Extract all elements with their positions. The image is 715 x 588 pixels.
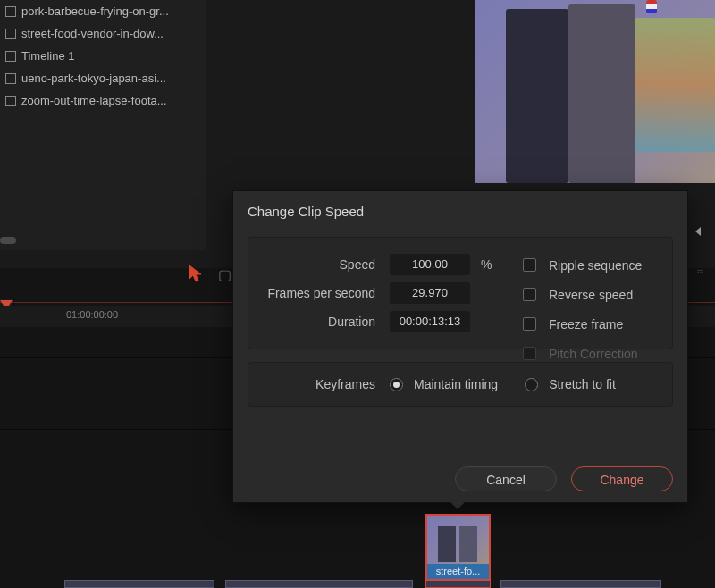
duration-label: Duration <box>265 315 390 329</box>
pitch-correction-checkbox <box>523 347 536 360</box>
cancel-button[interactable]: Cancel <box>455 466 557 491</box>
media-item-label: pork-barbecue-frying-on-gr... <box>21 4 169 18</box>
ripple-sequence-label: Ripple sequence <box>549 258 642 273</box>
zoom-control-icon[interactable]: ⎓ <box>697 265 715 279</box>
selected-clip[interactable]: street-fo... <box>425 514 491 581</box>
dialog-title: Change Clip Speed <box>233 191 687 231</box>
stretch-to-fit-radio[interactable] <box>525 378 538 391</box>
media-item[interactable]: street-food-vendor-in-dow... <box>0 22 206 45</box>
media-item-label: ueno-park-tokyo-japan-asi... <box>21 71 166 85</box>
timeline-clip[interactable] <box>64 580 214 588</box>
options-column: Ripple sequence Reverse speed Freeze fra… <box>523 250 675 368</box>
dialog-pointer-icon <box>450 502 465 509</box>
media-pool-panel: pork-barbecue-frying-on-gr... street-foo… <box>0 0 206 250</box>
fps-label: Frames per second <box>265 286 390 300</box>
speed-label: Speed <box>265 257 390 272</box>
clip-icon <box>5 73 16 84</box>
pitch-correction-label: Pitch Correction <box>549 347 638 361</box>
timeline-clip[interactable] <box>500 580 661 588</box>
clip-caption: street-fo... <box>427 564 489 579</box>
clip-thumbnail <box>427 516 489 564</box>
timecode-label: 01:00:00:00 <box>66 309 118 320</box>
keyframes-label: Keyframes <box>265 377 390 391</box>
media-panel-scrollbar[interactable] <box>0 237 16 244</box>
clip-icon <box>5 6 16 17</box>
clip-icon <box>5 96 16 106</box>
media-item[interactable]: ueno-park-tokyo-japan-asi... <box>0 67 206 89</box>
ripple-sequence-checkbox[interactable] <box>523 258 536 272</box>
viewer-preview <box>475 0 715 183</box>
stretch-to-fit-label: Stretch to fit <box>549 377 616 391</box>
speed-input[interactable]: 100.00 <box>390 254 470 275</box>
fps-input[interactable]: 29.970 <box>390 282 470 304</box>
timeline-icon <box>5 51 16 62</box>
previous-clip-button[interactable] <box>688 222 708 241</box>
duration-input[interactable]: 00:00:13:13 <box>390 311 470 332</box>
media-item[interactable]: zoom-out-time-lapse-foota... <box>0 89 206 112</box>
clip-icon <box>5 29 16 39</box>
media-item[interactable]: Timeline 1 <box>0 45 206 67</box>
freeze-frame-checkbox[interactable] <box>523 317 536 331</box>
media-item-label: zoom-out-time-lapse-foota... <box>21 94 167 107</box>
reverse-speed-checkbox[interactable] <box>523 288 536 301</box>
speed-unit: % <box>481 257 492 272</box>
keyframes-section: Keyframes Maintain timing Stretch to fit <box>248 362 673 407</box>
timeline-clip[interactable] <box>225 580 413 588</box>
freeze-frame-label: Freeze frame <box>549 317 623 332</box>
timeline-clip-selected[interactable] <box>425 580 491 588</box>
change-button[interactable]: Change <box>571 466 673 491</box>
timeline-tool-marker-icon[interactable]: ▢ <box>218 266 231 283</box>
media-item-label: street-food-vendor-in-dow... <box>21 27 164 40</box>
reverse-speed-label: Reverse speed <box>549 288 633 302</box>
maintain-timing-radio[interactable] <box>390 378 403 391</box>
maintain-timing-label: Maintain timing <box>414 377 498 391</box>
media-item-label: Timeline 1 <box>21 49 74 63</box>
media-item[interactable]: pork-barbecue-frying-on-gr... <box>0 0 206 22</box>
